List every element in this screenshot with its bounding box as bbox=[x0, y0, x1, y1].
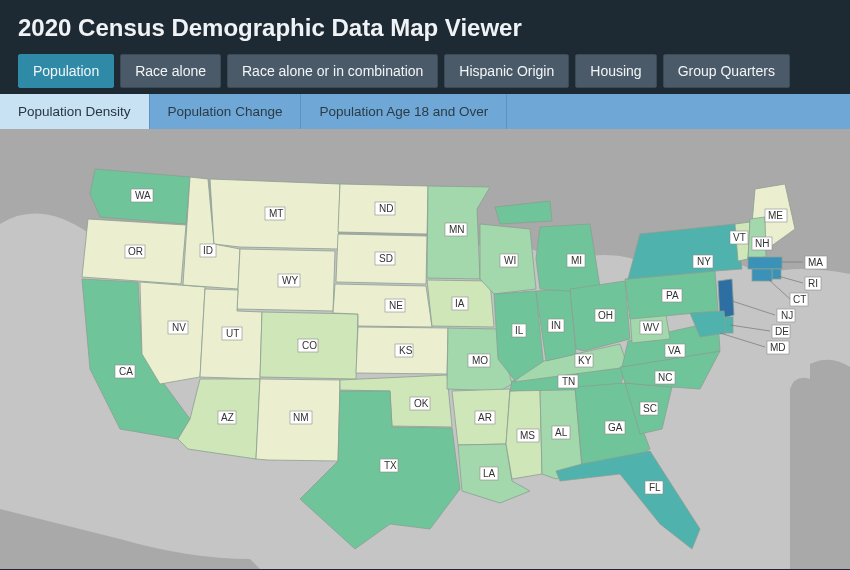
state-label: MA bbox=[805, 256, 827, 269]
state-label: ID bbox=[200, 244, 216, 257]
svg-rect-82 bbox=[752, 237, 772, 250]
tabs-secondary: Population Density Population Change Pop… bbox=[0, 94, 850, 129]
svg-rect-8 bbox=[200, 244, 216, 257]
subtab-change[interactable]: Population Change bbox=[150, 94, 302, 129]
state-label: NV bbox=[168, 321, 188, 334]
state-label: VT bbox=[730, 231, 748, 244]
svg-rect-22 bbox=[375, 202, 395, 215]
subtab-density[interactable]: Population Density bbox=[0, 94, 150, 129]
svg-rect-2 bbox=[125, 245, 145, 258]
svg-rect-14 bbox=[222, 327, 242, 340]
svg-rect-16 bbox=[298, 339, 318, 352]
svg-rect-86 bbox=[805, 277, 821, 290]
state-label: SD bbox=[375, 252, 395, 265]
page-title: 2020 Census Demographic Data Map Viewer bbox=[0, 0, 850, 54]
svg-rect-74 bbox=[662, 289, 682, 302]
state-label: ME bbox=[765, 209, 787, 222]
state-label: AZ bbox=[218, 411, 236, 424]
state-FL[interactable] bbox=[556, 451, 700, 549]
leader-line bbox=[768, 279, 790, 299]
svg-rect-20 bbox=[290, 411, 312, 424]
app-root: 2020 Census Demographic Data Map Viewer … bbox=[0, 0, 850, 570]
state-label: RI bbox=[805, 277, 821, 290]
svg-rect-10 bbox=[265, 207, 285, 220]
tab-group-quarters[interactable]: Group Quarters bbox=[663, 54, 790, 88]
state-label: NC bbox=[655, 371, 675, 384]
state-label: CT bbox=[790, 293, 808, 306]
svg-rect-60 bbox=[595, 309, 615, 322]
svg-rect-32 bbox=[380, 459, 398, 472]
state-label: WY bbox=[278, 274, 300, 287]
svg-rect-12 bbox=[278, 274, 300, 287]
svg-rect-70 bbox=[665, 344, 685, 357]
svg-rect-94 bbox=[767, 341, 789, 354]
svg-rect-42 bbox=[480, 467, 498, 480]
tab-hispanic[interactable]: Hispanic Origin bbox=[444, 54, 569, 88]
state-label: FL bbox=[645, 481, 663, 494]
svg-rect-78 bbox=[765, 209, 787, 222]
svg-rect-72 bbox=[640, 321, 662, 334]
svg-rect-88 bbox=[790, 293, 808, 306]
tabs-primary: Population Race alone Race alone or in c… bbox=[0, 54, 850, 94]
state-label: WA bbox=[131, 189, 153, 202]
state-CT[interactable] bbox=[752, 269, 772, 281]
state-label: MO bbox=[468, 354, 490, 367]
svg-rect-30 bbox=[410, 397, 430, 410]
state-label: VA bbox=[665, 344, 685, 357]
svg-rect-24 bbox=[375, 252, 395, 265]
svg-rect-64 bbox=[645, 481, 663, 494]
tab-race-combo[interactable]: Race alone or in combination bbox=[227, 54, 438, 88]
svg-rect-90 bbox=[777, 309, 795, 322]
svg-rect-34 bbox=[445, 223, 467, 236]
svg-rect-66 bbox=[640, 402, 658, 415]
state-label: KY bbox=[575, 354, 593, 367]
leader-line bbox=[720, 333, 765, 347]
state-label: IL bbox=[512, 324, 526, 337]
state-label: MT bbox=[265, 207, 285, 220]
state-label: NM bbox=[290, 411, 312, 424]
state-label: OR bbox=[125, 245, 145, 258]
state-label: MN bbox=[445, 223, 467, 236]
svg-rect-58 bbox=[567, 254, 585, 267]
svg-rect-40 bbox=[475, 411, 495, 424]
state-label: NH bbox=[752, 237, 772, 250]
state-label: NE bbox=[385, 299, 405, 312]
subtab-age18[interactable]: Population Age 18 and Over bbox=[301, 94, 507, 129]
state-label: CO bbox=[298, 339, 318, 352]
state-MA[interactable] bbox=[748, 257, 782, 269]
state-label: LA bbox=[480, 467, 498, 480]
state-label: OK bbox=[410, 397, 430, 410]
state-label: TN bbox=[558, 375, 578, 388]
tab-population[interactable]: Population bbox=[18, 54, 114, 88]
state-label: TX bbox=[380, 459, 398, 472]
tab-race-alone[interactable]: Race alone bbox=[120, 54, 221, 88]
state-RI[interactable] bbox=[772, 269, 781, 279]
state-label: WI bbox=[500, 254, 518, 267]
state-label: OH bbox=[595, 309, 615, 322]
svg-rect-44 bbox=[500, 254, 518, 267]
map-viewport[interactable]: WA OR CA NV ID MT WY UT CO AZ NM ND SD N… bbox=[0, 129, 850, 569]
state-label: NJ bbox=[777, 309, 795, 322]
leader-line bbox=[778, 276, 803, 283]
state-label: AL bbox=[552, 426, 570, 439]
state-label: IN bbox=[548, 319, 564, 332]
state-label: AR bbox=[475, 411, 495, 424]
svg-rect-62 bbox=[605, 421, 625, 434]
state-label: WV bbox=[640, 321, 662, 334]
tab-housing[interactable]: Housing bbox=[575, 54, 656, 88]
svg-rect-68 bbox=[655, 371, 675, 384]
state-label: GA bbox=[605, 421, 625, 434]
svg-rect-36 bbox=[452, 297, 468, 310]
svg-rect-46 bbox=[512, 324, 526, 337]
svg-rect-50 bbox=[552, 426, 570, 439]
state-label: SC bbox=[640, 402, 658, 415]
svg-rect-84 bbox=[805, 256, 827, 269]
state-label: MD bbox=[767, 341, 789, 354]
svg-rect-0 bbox=[131, 189, 153, 202]
us-map[interactable]: WA OR CA NV ID MT WY UT CO AZ NM ND SD N… bbox=[0, 129, 850, 569]
svg-rect-6 bbox=[168, 321, 188, 334]
state-label: NY bbox=[693, 255, 713, 268]
state-label: UT bbox=[222, 327, 242, 340]
state-label: CA bbox=[115, 365, 135, 378]
svg-rect-26 bbox=[385, 299, 405, 312]
